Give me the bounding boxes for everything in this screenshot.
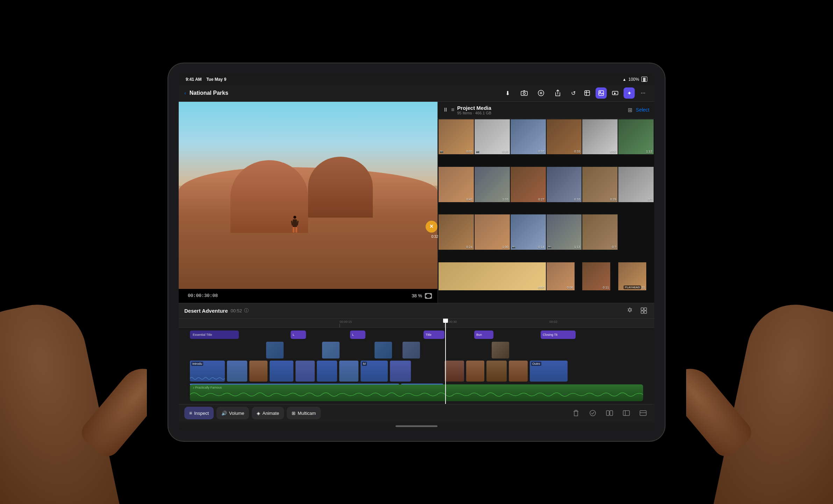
animate-button[interactable]: ◈ Animate — [252, 407, 284, 419]
zoom-level: 38 % — [412, 293, 422, 298]
compose-button[interactable] — [535, 87, 547, 99]
animate-icon: ◈ — [257, 411, 260, 416]
media-header: ⏸ ≡ Project Media 95 Items · 466.1 GB — [438, 102, 654, 119]
settings-button[interactable] — [625, 306, 635, 315]
share-button[interactable] — [552, 87, 563, 99]
video-clip[interactable] — [339, 361, 358, 382]
media-thumb[interactable]: 1:00 — [475, 214, 510, 250]
video-clip[interactable]: Outro — [530, 361, 568, 382]
video-clip[interactable]: Introdu — [190, 361, 225, 382]
video-clip[interactable] — [317, 361, 337, 382]
media-thumb[interactable]: 0:02 — [582, 119, 618, 155]
media-thumb[interactable]: 0:42 — [439, 167, 474, 202]
trim-button[interactable] — [621, 407, 632, 419]
fit-to-screen-icon[interactable] — [425, 293, 432, 299]
media-count: 95 Items — [457, 111, 472, 115]
waveform-svg — [190, 375, 225, 382]
media-thumb[interactable]: 0:15 📷 — [475, 119, 510, 155]
left-hand — [0, 266, 147, 504]
video-camera-icon: 📷 — [512, 246, 515, 249]
title-chip[interactable]: Closing Tit — [541, 331, 576, 339]
multicam-button[interactable]: ⊞ Multicam — [287, 407, 321, 419]
svg-rect-16 — [640, 411, 646, 416]
media-thumb[interactable]: 0:24 — [439, 214, 474, 250]
preview-clip[interactable] — [403, 342, 420, 359]
magic-button[interactable]: ✦ — [624, 87, 635, 99]
media-thumb[interactable]: 0:33 — [547, 119, 582, 155]
media-thumb[interactable]: 0:11 — [582, 262, 610, 290]
video-clip[interactable] — [270, 361, 293, 382]
back-chevron-icon: ‹ — [184, 90, 186, 96]
svg-point-1 — [523, 92, 525, 94]
grid-button[interactable] — [639, 306, 649, 315]
media-size: 466.1 GB — [475, 111, 491, 115]
video-clip[interactable] — [444, 361, 464, 382]
svg-rect-8 — [641, 308, 643, 310]
video-clip[interactable]: M — [361, 361, 388, 382]
photos-button[interactable] — [596, 87, 607, 99]
preview-clip[interactable] — [322, 342, 340, 359]
thumb-duration-label: 0:32 — [432, 235, 438, 239]
media-thumb[interactable]: 0:08 — [547, 262, 575, 290]
effects-button[interactable] — [582, 87, 593, 99]
video-clip[interactable] — [509, 361, 528, 382]
media-browser-button[interactable] — [610, 87, 621, 99]
project-info-button[interactable]: ⓘ — [244, 307, 249, 314]
media-thumb-wide[interactable]: 0:07 — [439, 262, 546, 290]
video-clip[interactable] — [486, 361, 507, 382]
media-thumb[interactable]: 0:14 📷 — [511, 214, 546, 250]
title-chip[interactable]: Bun — [474, 331, 493, 339]
title-chip[interactable]: Essential Title — [190, 331, 239, 339]
media-thumb[interactable]: 0:? — [618, 167, 654, 202]
select-button[interactable]: Select — [636, 107, 649, 113]
download-button[interactable]: ⬇ — [502, 87, 513, 99]
inspect-button[interactable]: ≡ Inspect — [184, 407, 214, 419]
media-thumb[interactable]: 1:03 — [475, 167, 510, 202]
sort-button[interactable]: ≡ — [451, 107, 454, 113]
back-button[interactable]: ‹ — [184, 90, 186, 96]
wifi-icon: ▲ — [622, 77, 626, 81]
delete-button[interactable] — [570, 407, 582, 419]
grid-view-button[interactable]: ⊞ — [628, 107, 632, 113]
preview-clip[interactable] — [266, 342, 284, 359]
media-thumb[interactable]: 1:12 — [618, 119, 654, 155]
title-chip[interactable]: L — [350, 331, 365, 339]
title-chip[interactable]: L — [291, 331, 306, 339]
close-circle-button[interactable]: × — [426, 221, 437, 233]
media-thumb[interactable]: 0:31 PLAYHEAD — [618, 262, 646, 290]
audio-clip[interactable]: ♪ Practically Famous — [190, 384, 643, 401]
video-clip[interactable] — [227, 361, 247, 382]
pause-button[interactable]: ⏸ — [443, 107, 448, 113]
project-title: National Parks — [190, 90, 228, 96]
inspect-icon: ≡ — [189, 410, 192, 416]
media-thumb[interactable]: 0:33 — [547, 167, 582, 202]
title-chip[interactable]: Title — [423, 331, 444, 339]
media-thumb[interactable]: 0:37 — [511, 119, 546, 155]
svg-rect-9 — [644, 308, 647, 310]
playhead-badge: PLAYHEAD — [624, 285, 641, 289]
rewind-button[interactable]: ↺ — [568, 87, 579, 99]
more-options-button[interactable] — [638, 407, 649, 419]
media-thumb[interactable]: 0:27 — [511, 167, 546, 202]
split-button[interactable] — [604, 407, 615, 419]
media-thumb[interactable]: 0:02 📷 — [439, 119, 474, 155]
video-clip[interactable] — [390, 361, 411, 382]
video-controls: 00:00:30:08 38 % — [179, 289, 437, 303]
svg-rect-14 — [610, 411, 613, 416]
more-button[interactable]: ··· — [638, 87, 649, 99]
media-thumb[interactable]: 0:29 — [582, 167, 618, 202]
media-thumb[interactable]: 1:13 📷 — [547, 214, 582, 250]
app-toolbar: ‹ National Parks ⬇ — [179, 85, 654, 102]
video-clip[interactable] — [296, 361, 315, 382]
preview-clip[interactable] — [375, 342, 392, 359]
home-pill[interactable] — [396, 425, 437, 427]
confirm-button[interactable] — [587, 407, 598, 419]
camera-button[interactable] — [519, 87, 530, 99]
main-video-track: Introdu M — [179, 361, 654, 383]
svg-point-12 — [590, 410, 596, 416]
media-thumb[interactable]: 0:? — [582, 214, 618, 250]
volume-button[interactable]: 🔊 Volume — [216, 407, 249, 419]
preview-clip[interactable] — [492, 342, 509, 359]
video-clip[interactable] — [249, 361, 268, 382]
video-clip[interactable] — [466, 361, 484, 382]
